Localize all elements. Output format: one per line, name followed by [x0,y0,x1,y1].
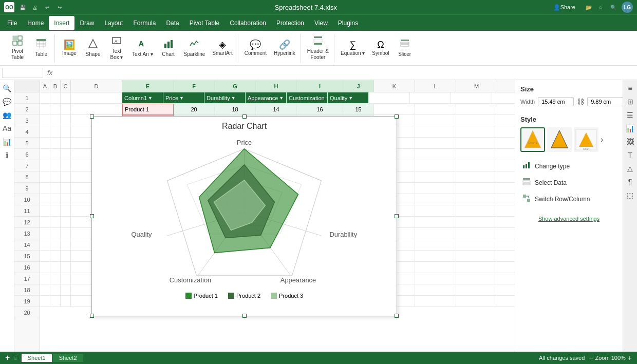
search-button[interactable]: 🔍 [609,3,617,11]
pivot-table-button[interactable]: PivotTable [6,35,29,62]
share-button[interactable]: 👤Share [548,0,580,14]
row-header-17[interactable]: 17 [14,273,40,284]
sidebar-translate[interactable]: Aa [1,122,13,135]
cell-l2[interactable] [415,104,456,115]
style-thumb-3[interactable]: Chart [574,127,598,152]
text-art-button[interactable]: AA Text An ▾ [129,35,156,62]
right-sidebar-image[interactable]: 🖼 [624,136,636,148]
cell-c2[interactable] [61,104,71,115]
row-header-6[interactable]: 6 [14,149,40,160]
cell-k1[interactable] [369,92,410,104]
menu-layout[interactable]: Layout [99,16,128,30]
cell-n1[interactable] [492,92,515,104]
col-header-d[interactable]: D [71,80,122,92]
sidebar-info[interactable]: ℹ [1,149,13,161]
col-header-i[interactable]: I [297,80,343,92]
row-header-7[interactable]: 7 [14,160,40,171]
cell-m4[interactable] [456,126,497,138]
col-header-l[interactable]: L [415,80,456,92]
save-button[interactable]: 💾 [18,3,27,11]
style-thumb-2[interactable] [547,127,572,152]
zoom-in-button[interactable]: + [628,354,632,362]
row-header-18[interactable]: 18 [14,284,40,296]
cell-c3[interactable] [61,115,71,126]
cell-l4[interactable] [415,126,456,138]
row-header-20[interactable]: 20 [14,307,40,318]
cell-m1[interactable] [451,92,492,104]
cell-i1[interactable]: Customization ▼ [287,92,328,104]
formula-input[interactable] [57,68,635,78]
cell-a4[interactable] [40,126,50,138]
sheet-tab-1[interactable]: Sheet1 [22,354,52,362]
link-icon[interactable]: ⛓ [577,98,584,106]
cell-l1[interactable] [410,92,451,104]
cell-l3[interactable] [415,115,456,126]
cell-c1[interactable] [61,92,71,104]
col-header-j[interactable]: J [343,80,374,92]
cell-i2[interactable]: 16 [297,104,343,115]
cell-reference-input[interactable] [2,68,43,78]
col-header-n[interactable]: N [497,80,515,92]
row-header-16[interactable]: 16 [14,262,40,273]
sheet-tab-2[interactable]: Sheet2 [53,354,83,362]
style-more-button[interactable]: › [601,135,603,144]
sidebar-search[interactable]: 🔍 [1,82,13,94]
menu-formula[interactable]: Formula [128,16,161,30]
cell-d1[interactable] [71,92,122,104]
cell-j1[interactable]: Quality ▼ [328,92,369,104]
cell-c4[interactable] [61,126,71,138]
style-thumb-1[interactable]: Chart1 [520,127,545,152]
add-sheet-button[interactable]: + [5,353,10,362]
cell-n4[interactable] [497,126,515,138]
col-header-f[interactable]: F [174,80,215,92]
cell-e1[interactable]: Column1 ▼ [122,92,163,104]
open-file-button[interactable]: 📂 [585,3,593,11]
redo-button[interactable]: ↪ [55,3,64,11]
cell-f1[interactable]: Price ▼ [163,92,204,104]
row-header-9[interactable]: 9 [14,183,40,194]
right-sidebar-align[interactable]: ☰ [624,109,636,121]
row-header-8[interactable]: 8 [14,171,40,183]
row-header-19[interactable]: 19 [14,296,40,307]
cell-b1[interactable] [50,92,61,104]
chart-container[interactable]: Radar Chart [91,116,397,316]
hyperlink-button[interactable]: 🔗 Hyperlink [271,35,298,62]
sidebar-comments[interactable]: 💬 [1,95,13,108]
header-footer-button[interactable]: Header &Footer [304,35,332,62]
switch-row-col-button[interactable]: Switch Row/Column [520,191,617,207]
menu-plugins[interactable]: Plugins [333,16,363,30]
shape-button[interactable]: Shape [82,35,104,62]
cell-j2[interactable]: 15 [343,104,374,115]
cell-b2[interactable] [50,104,61,115]
cell-b3[interactable] [50,115,61,126]
width-input[interactable] [538,97,574,106]
cell-e2[interactable]: Product 1 [122,104,174,115]
cell-a3[interactable] [40,115,50,126]
cell-a2[interactable] [40,104,50,115]
menu-view[interactable]: View [309,16,333,30]
select-data-button[interactable]: Select Data [520,175,617,191]
cell-k2[interactable] [374,104,415,115]
row-header-10[interactable]: 10 [14,194,40,205]
row-header-5[interactable]: 5 [14,138,40,149]
col-header-m[interactable]: M [456,80,497,92]
cell-g2[interactable]: 18 [215,104,256,115]
right-sidebar-lines[interactable]: ≡ [624,82,636,94]
cell-f2[interactable]: 20 [174,104,215,115]
right-sidebar-grid[interactable]: ⊞ [624,95,636,108]
symbol-button[interactable]: Ω Symbol [369,35,392,62]
menu-pivot-table[interactable]: Pivot Table [184,16,224,30]
slicer-button[interactable]: Slicer [394,35,416,62]
undo-button[interactable]: ↩ [43,3,51,11]
row-header-12[interactable]: 12 [14,217,40,228]
row-header-3[interactable]: 3 [14,115,40,126]
col-header-b[interactable]: B [50,80,61,92]
cell-a1[interactable] [40,92,50,104]
row-header-1[interactable]: 1 [14,92,40,104]
sheet-list-button[interactable]: ≡ [14,355,17,361]
col-header-g[interactable]: G [215,80,256,92]
row-header-4[interactable]: 4 [14,126,40,138]
col-header-c[interactable]: C [61,80,71,92]
cell-n3[interactable] [497,115,515,126]
menu-file[interactable]: File [2,16,22,30]
